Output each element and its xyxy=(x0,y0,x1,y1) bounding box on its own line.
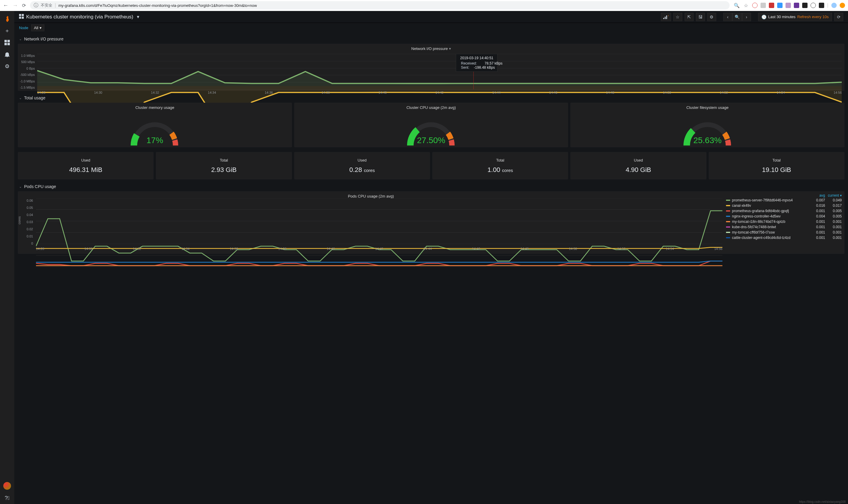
ext-icon[interactable] xyxy=(769,3,774,8)
ext-icon[interactable] xyxy=(811,3,816,8)
bookmark-icon[interactable]: ☆ xyxy=(744,3,748,8)
ext-icon[interactable] xyxy=(777,3,782,8)
ext-icon[interactable] xyxy=(831,3,837,8)
reload-button[interactable]: ⟳ xyxy=(22,3,26,8)
browser-chrome: ← → ⟳ ⓘ 不安全 | my-grafana.k8s.com/d/Fe7lu… xyxy=(0,0,848,11)
ext-icon[interactable] xyxy=(840,3,845,8)
ext-icon[interactable] xyxy=(802,3,808,8)
ext-icon[interactable] xyxy=(794,3,799,8)
ext-icon[interactable] xyxy=(760,3,766,8)
forward-button[interactable]: → xyxy=(13,2,18,8)
back-button[interactable]: ← xyxy=(3,2,8,8)
ext-icon[interactable] xyxy=(786,3,791,8)
url-bar[interactable]: ⓘ 不安全 | my-grafana.k8s.com/d/Fe7luOqmz/k… xyxy=(30,1,729,10)
url-text: my-grafana.k8s.com/d/Fe7luOqmz/kubernete… xyxy=(58,3,257,8)
search-in-page-icon[interactable]: 🔍 xyxy=(734,3,740,8)
extension-icons: | xyxy=(752,3,845,8)
ext-icon[interactable] xyxy=(752,3,758,8)
ext-icon[interactable] xyxy=(819,3,824,8)
info-icon: ⓘ xyxy=(34,2,38,8)
insecure-label: 不安全 xyxy=(41,3,52,8)
